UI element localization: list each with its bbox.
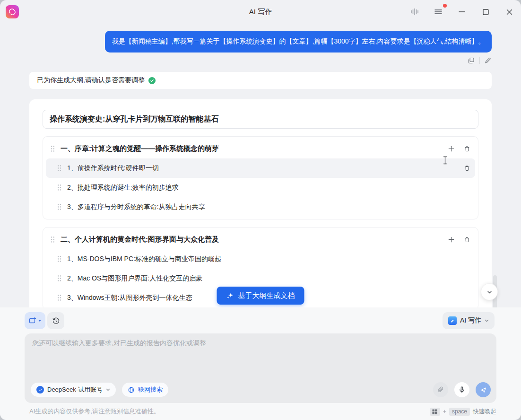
- windows-key-icon: [430, 408, 440, 416]
- chat-area: 我是【新闻稿主编】,帮我写一篇关于【操作系统演变史】的【文章】,篇幅【3000字…: [0, 24, 521, 307]
- shortcut-label: 快速唤起: [473, 408, 496, 416]
- history-button[interactable]: [47, 312, 64, 329]
- model-selector-button[interactable]: DeepSeek-试用账号: [31, 383, 116, 397]
- outline-section-1: 一、序章:计算之魂的觉醒——操作系统概念的萌芽: [43, 136, 478, 219]
- text-cursor: [443, 156, 448, 165]
- user-message-text: 我是【新闻稿主编】,帮我写一篇关于【操作系统演变史】的【文章】,篇幅【3000字…: [112, 37, 485, 46]
- drag-handle-icon[interactable]: [57, 203, 61, 210]
- drag-handle-icon[interactable]: [51, 236, 55, 243]
- globe-icon: [128, 386, 135, 394]
- history-icon: [52, 317, 60, 325]
- drag-handle-icon[interactable]: [51, 145, 55, 152]
- window-surface: AI 写作: [0, 0, 521, 420]
- edit-icon[interactable]: [484, 57, 492, 64]
- deepseek-icon: [36, 386, 44, 394]
- drag-handle-icon[interactable]: [57, 255, 61, 262]
- outline-item-text: 1、前操作系统时代:硬件即一切: [67, 164, 159, 173]
- generate-document-button[interactable]: 基于大纲生成文档: [217, 287, 304, 305]
- web-search-toggle[interactable]: 联网搜索: [122, 383, 168, 397]
- message-input[interactable]: [32, 339, 489, 367]
- outline-heading-row[interactable]: 二、个人计算机的黄金时代:图形界面与大众化普及: [46, 230, 475, 249]
- outline-heading-text: 二、个人计算机的黄金时代:图形界面与大众化普及: [61, 235, 219, 244]
- send-icon: [480, 386, 487, 394]
- outline-title-input[interactable]: [43, 110, 478, 129]
- outline-item-row[interactable]: 3、多道程序与分时系统的革命:从独占走向共享: [46, 197, 475, 217]
- new-chat-icon: [28, 317, 36, 325]
- plus-text: +: [443, 408, 446, 415]
- disclaimer-text: AI生成的内容仅供参考,请注意甄别信息准确性。: [29, 407, 160, 416]
- ai-writing-icon: [448, 316, 457, 325]
- composer-options: DeepSeek-试用账号 联网搜索: [31, 383, 168, 397]
- sparkle-icon: [226, 292, 234, 299]
- mode-label: AI 写作: [460, 316, 481, 325]
- composer-input-box: DeepSeek-试用账号 联网搜索: [25, 333, 496, 403]
- chevron-down-icon: [106, 388, 110, 391]
- composer-panel: AI 写作 DeepSeek-试用账号: [0, 307, 521, 420]
- copy-icon[interactable]: [468, 57, 475, 64]
- outline-item-row[interactable]: 1、前操作系统时代:硬件即一切: [46, 158, 475, 178]
- voice-wave-icon[interactable]: [408, 5, 421, 18]
- voice-input-button[interactable]: [454, 382, 469, 397]
- assistant-status-card: 已为你生成大纲,请确认是否需要调整: [29, 72, 492, 89]
- message-actions: [468, 57, 492, 64]
- new-conversation-button[interactable]: [25, 312, 45, 329]
- drag-handle-icon[interactable]: [57, 294, 61, 301]
- divider: [479, 57, 480, 64]
- mode-selector-button[interactable]: AI 写作: [443, 312, 495, 329]
- outline-item-text: 1、MS-DOS与IBM PC:标准的确立与商业帝国的崛起: [67, 255, 221, 263]
- chevron-down-icon: [485, 319, 489, 322]
- minimize-button[interactable]: [455, 5, 469, 18]
- add-item-icon[interactable]: [448, 145, 455, 152]
- paperclip-icon: [437, 386, 444, 394]
- outline-item-text: 2、批处理系统的诞生:效率的初步追求: [67, 184, 179, 192]
- generate-button-label: 基于大纲生成文档: [238, 291, 295, 300]
- model-label: DeepSeek-试用账号: [47, 385, 103, 394]
- outline-item-text: 2、Mac OS与图形用户界面:人性化交互的启蒙: [67, 274, 202, 283]
- outline-item-text: 3、Windows王朝:从图形外壳到一体化生态: [67, 294, 192, 302]
- web-search-label: 联网搜索: [138, 385, 163, 394]
- success-check-icon: [148, 77, 156, 84]
- scroll-to-bottom-button[interactable]: [481, 283, 498, 300]
- drag-handle-icon[interactable]: [57, 275, 61, 282]
- delete-section-icon[interactable]: [464, 236, 470, 243]
- maximize-button[interactable]: [479, 5, 492, 18]
- caret-down-icon: [38, 319, 42, 322]
- outline-card: 一、序章:计算之魂的觉醒——操作系统概念的萌芽: [29, 99, 492, 307]
- composer-actions: [433, 382, 491, 397]
- outline-heading-row[interactable]: 一、序章:计算之魂的觉醒——操作系统概念的萌芽: [46, 139, 475, 158]
- user-message-bubble: 我是【新闻稿主编】,帮我写一篇关于【操作系统演变史】的【文章】,篇幅【3000字…: [105, 31, 492, 52]
- delete-section-icon[interactable]: [464, 145, 470, 152]
- drag-handle-icon[interactable]: [57, 184, 61, 191]
- attach-button[interactable]: [433, 382, 448, 397]
- space-key-badge: space: [449, 408, 470, 416]
- menu-button[interactable]: [432, 5, 445, 18]
- status-text: 已为你生成大纲,请确认是否需要调整: [37, 76, 145, 85]
- drag-handle-icon[interactable]: [57, 165, 61, 172]
- shortcut-hint: + space 快速唤起: [430, 408, 496, 416]
- app-window: AI 写作: [0, 0, 521, 420]
- outline-item-row[interactable]: 1、MS-DOS与IBM PC:标准的确立与商业帝国的崛起: [46, 249, 475, 269]
- outline-item-row[interactable]: 2、Mac OS与图形用户界面:人性化交互的启蒙: [46, 269, 475, 288]
- outline-item-text: 3、多道程序与分时系统的革命:从独占走向共享: [67, 203, 205, 211]
- close-button[interactable]: [503, 5, 516, 18]
- footer-bar: AI生成的内容仅供参考,请注意甄别信息准确性。 + space 快速唤起: [29, 406, 496, 417]
- notification-dot: [443, 4, 447, 8]
- title-bar: AI 写作: [0, 0, 521, 24]
- outline-item-row[interactable]: 2、批处理系统的诞生:效率的初步追求: [46, 178, 475, 197]
- microphone-icon: [458, 386, 466, 394]
- delete-item-icon[interactable]: [464, 165, 470, 172]
- outline-heading-text: 一、序章:计算之魂的觉醒——操作系统概念的萌芽: [61, 144, 219, 153]
- add-item-icon[interactable]: [448, 236, 455, 243]
- send-button[interactable]: [476, 382, 491, 397]
